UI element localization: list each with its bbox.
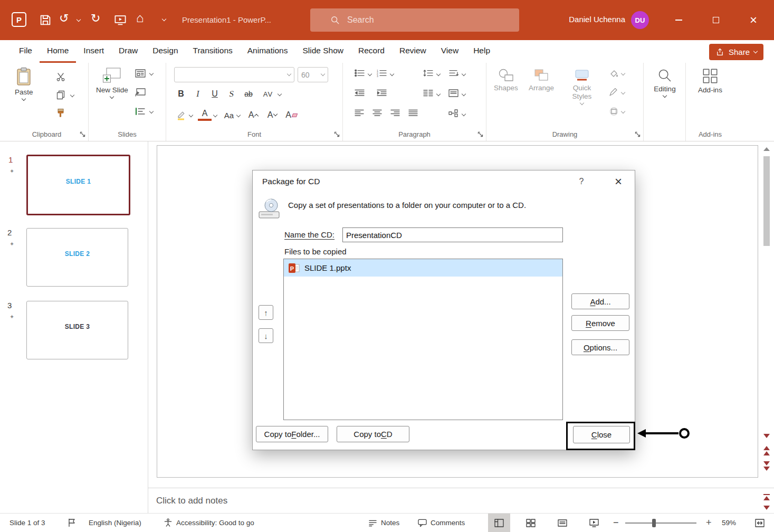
slide-layout-button[interactable] bbox=[135, 69, 146, 78]
align-text-chevron-icon[interactable] bbox=[462, 92, 466, 96]
character-spacing-chevron-icon[interactable] bbox=[278, 92, 282, 96]
remove-button[interactable]: Remove bbox=[571, 315, 629, 331]
bullets-chevron-icon[interactable] bbox=[368, 72, 372, 76]
accessibility-status[interactable]: Accessibility: Good to go bbox=[176, 514, 254, 532]
tab-insert[interactable]: Insert bbox=[76, 40, 111, 63]
slideshow-view-button[interactable] bbox=[583, 514, 605, 532]
character-spacing-button[interactable]: AV bbox=[261, 87, 275, 101]
tab-transitions[interactable]: Transitions bbox=[186, 40, 240, 63]
fit-to-window-button[interactable] bbox=[749, 514, 770, 532]
maximize-button[interactable] bbox=[704, 0, 728, 40]
dialog-close-icon[interactable]: × bbox=[609, 170, 627, 193]
user-name[interactable]: Daniel Uchenna bbox=[549, 15, 625, 24]
redo-icon[interactable]: ↻ bbox=[91, 12, 100, 25]
tab-slide-show[interactable]: Slide Show bbox=[295, 40, 351, 63]
comments-button[interactable]: Comments bbox=[418, 514, 465, 532]
share-button[interactable]: Share bbox=[709, 44, 763, 60]
options-button[interactable]: Options... bbox=[571, 339, 629, 355]
font-size-combo[interactable]: 60 bbox=[298, 67, 328, 82]
shape-fill-button[interactable] bbox=[609, 69, 618, 78]
increase-indent-button[interactable] bbox=[377, 89, 387, 97]
format-painter-button[interactable] bbox=[54, 106, 68, 120]
section-chevron-icon[interactable] bbox=[149, 109, 154, 113]
increase-font-size-button[interactable]: A bbox=[246, 108, 260, 122]
zoom-in-button[interactable]: + bbox=[706, 514, 712, 532]
convert-to-smartart-button[interactable] bbox=[448, 109, 458, 117]
normal-view-button[interactable] bbox=[488, 514, 510, 532]
zoom-level[interactable]: 59% bbox=[722, 514, 736, 532]
decrease-indent-button[interactable] bbox=[355, 89, 365, 97]
font-color-chevron-icon[interactable] bbox=[213, 113, 217, 117]
next-slide-button[interactable] bbox=[763, 461, 770, 471]
bullets-button[interactable] bbox=[355, 69, 365, 77]
copy-button[interactable] bbox=[54, 88, 68, 102]
numbering-chevron-icon[interactable] bbox=[390, 72, 394, 76]
text-direction-button[interactable] bbox=[448, 69, 458, 77]
tab-help[interactable]: Help bbox=[466, 40, 498, 63]
change-case-button[interactable]: Aa bbox=[222, 108, 236, 122]
font-name-combo[interactable] bbox=[174, 67, 294, 82]
powerpoint-logo-icon[interactable]: P bbox=[12, 12, 26, 27]
layout-chevron-icon[interactable] bbox=[149, 71, 154, 75]
tab-design[interactable]: Design bbox=[145, 40, 185, 63]
editing-button[interactable]: Editing bbox=[649, 68, 680, 97]
align-center-button[interactable] bbox=[372, 109, 382, 117]
shape-outline-button[interactable] bbox=[609, 88, 618, 97]
numbering-button[interactable]: 123 bbox=[377, 69, 387, 77]
scrollbar-up-arrow-icon[interactable] bbox=[763, 147, 770, 151]
text-shadow-button[interactable]: S bbox=[224, 87, 240, 101]
quick-styles-button[interactable]: Quick Styles bbox=[566, 68, 598, 104]
scroll-down-icon[interactable] bbox=[763, 434, 770, 438]
copy-to-folder-button[interactable]: Copy to Folder... bbox=[256, 426, 328, 442]
files-listbox[interactable]: P SLIDE 1.pptx bbox=[283, 259, 563, 420]
tab-home[interactable]: Home bbox=[40, 40, 76, 63]
avatar[interactable]: DU bbox=[631, 11, 649, 29]
move-down-button[interactable]: ↓ bbox=[259, 328, 273, 343]
notes-collapse-button[interactable] bbox=[763, 506, 770, 510]
new-slide-button[interactable]: New Slide bbox=[96, 67, 128, 98]
close-window-button[interactable]: × bbox=[741, 0, 766, 40]
shape-outline-chevron-icon[interactable] bbox=[621, 90, 625, 94]
add-button[interactable]: Add... bbox=[571, 293, 629, 309]
cd-name-input[interactable] bbox=[342, 227, 563, 242]
align-right-button[interactable] bbox=[390, 109, 400, 117]
slide-thumbnail-2[interactable]: SLIDE 2 bbox=[26, 228, 128, 287]
text-highlight-button[interactable] bbox=[174, 108, 188, 122]
move-up-button[interactable]: ↑ bbox=[259, 305, 273, 320]
language-status[interactable]: English (Nigeria) bbox=[89, 514, 141, 532]
save-icon[interactable] bbox=[39, 14, 52, 26]
reading-view-button[interactable] bbox=[551, 514, 574, 532]
columns-button[interactable] bbox=[423, 89, 433, 97]
vertical-scrollbar-thumb[interactable] bbox=[763, 156, 770, 246]
copy-to-cd-button[interactable]: Copy to CD bbox=[337, 426, 409, 442]
undo-icon[interactable]: ↺ bbox=[59, 12, 69, 25]
italic-button[interactable]: I bbox=[191, 87, 205, 101]
cut-button[interactable] bbox=[54, 70, 68, 84]
section-button[interactable] bbox=[135, 107, 146, 116]
smartart-chevron-icon[interactable] bbox=[462, 112, 466, 116]
zoom-slider-thumb[interactable] bbox=[652, 519, 656, 527]
search-box[interactable]: Search bbox=[310, 8, 519, 32]
font-dialog-launcher-icon[interactable] bbox=[334, 131, 340, 137]
shapes-button[interactable]: Shapes bbox=[494, 68, 518, 92]
decrease-font-size-button[interactable]: A bbox=[265, 108, 279, 122]
underline-button[interactable]: U bbox=[208, 87, 222, 101]
tab-review[interactable]: Review bbox=[392, 40, 434, 63]
home-icon[interactable]: ⌂ bbox=[136, 11, 144, 25]
line-spacing-button[interactable] bbox=[423, 69, 433, 77]
tab-record[interactable]: Record bbox=[351, 40, 392, 63]
change-case-chevron-icon[interactable] bbox=[236, 113, 241, 117]
file-list-item[interactable]: P SLIDE 1.pptx bbox=[284, 259, 562, 277]
font-color-button[interactable]: A bbox=[198, 108, 212, 121]
strikethrough-button[interactable]: ab bbox=[242, 87, 255, 101]
minimize-button[interactable] bbox=[666, 0, 691, 40]
highlight-chevron-icon[interactable] bbox=[189, 113, 193, 117]
text-direction-chevron-icon[interactable] bbox=[462, 72, 466, 76]
tab-animations[interactable]: Animations bbox=[240, 40, 295, 63]
dialog-help-button[interactable]: ? bbox=[572, 170, 590, 193]
shape-effects-chevron-icon[interactable] bbox=[621, 109, 625, 113]
bold-button[interactable]: B bbox=[174, 87, 188, 101]
undo-dropdown-chevron-icon[interactable] bbox=[77, 17, 81, 22]
proofing-icon[interactable] bbox=[68, 514, 76, 532]
zoom-out-button[interactable]: − bbox=[613, 514, 619, 532]
